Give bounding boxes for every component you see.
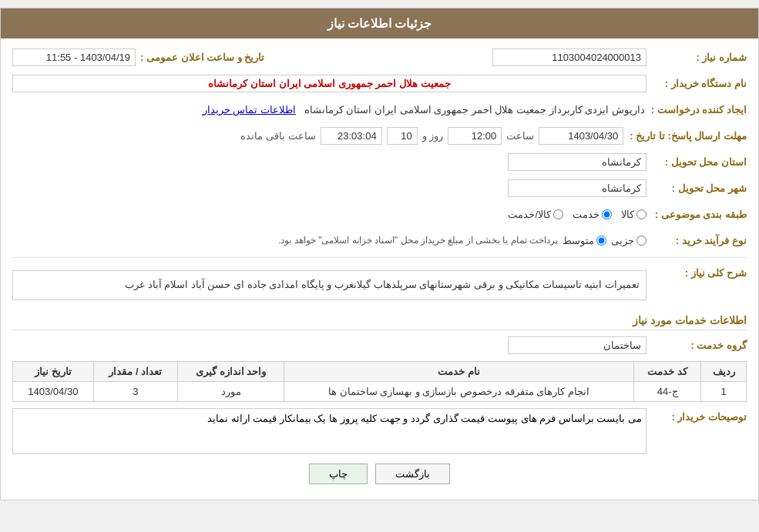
tabaqeh-label: طبقه بندی موضوعی : xyxy=(646,209,747,220)
tosifat-textarea[interactable] xyxy=(12,408,646,454)
radio-motevaset-input[interactable] xyxy=(596,236,606,246)
shomareNiaz-label: شماره نیاز : xyxy=(646,52,747,63)
row-namdastgah: نام دستگاه خریدار : جمعیت هلال احمر جمهو… xyxy=(12,72,747,94)
row-ostand: استان محل تحویل : کرمانشاه xyxy=(12,151,747,172)
khadamat-section-title: اطلاعات خدمات مورد نیاز xyxy=(12,314,747,330)
print-button[interactable]: چاپ xyxy=(309,463,368,484)
page-title: جزئیات اطلاعات نیاز xyxy=(327,17,432,30)
row-goroh: گروه خدمت : ساختمان xyxy=(12,335,747,356)
radio-kala[interactable]: کالا xyxy=(621,209,646,220)
tabaqeh-radio-group: کالا خدمت کالا/خدمت xyxy=(508,209,646,220)
col-radif: ردیف xyxy=(701,361,747,381)
saatBaqi-value: 23:03:04 xyxy=(321,127,382,145)
cell-tarikh: 1403/04/30 xyxy=(13,381,94,401)
row-tabaqeh: طبقه بندی موضوعی : کالا خدمت کالا/خدمت xyxy=(12,203,747,225)
radio-motevaset-label: متوسط xyxy=(563,235,594,246)
namdastgah-label: نام دستگاه خریدار : xyxy=(646,78,747,89)
radio-jozyi-input[interactable] xyxy=(636,236,646,246)
row-shomareNiaz: شماره نیاز : 1103004024000013 تاریخ و سا… xyxy=(12,46,747,68)
shahr-label: شهر محل تحویل : xyxy=(646,182,747,194)
radio-kala-khedmat-label: کالا/خدمت xyxy=(508,209,551,220)
goroh-label: گروه خدمت : xyxy=(646,340,747,351)
col-tarikh: تاریخ نیاز xyxy=(13,361,94,381)
saat-label: ساعت xyxy=(506,130,534,142)
col-kod: کد خدمت xyxy=(633,361,700,381)
noeFarayand-inline: جزیی متوسط پرداخت تمام یا بخشی از مبلغ خ… xyxy=(12,235,646,246)
radio-kala-khedmat[interactable]: کالا/خدمت xyxy=(508,209,563,220)
tarikh-value: 1403/04/19 - 11:55 xyxy=(12,49,136,66)
radio-khedmat[interactable]: خدمت xyxy=(573,209,612,220)
radio-jozyi[interactable]: جزیی xyxy=(611,235,646,246)
cell-vahed: مورد xyxy=(178,381,284,401)
saat-value: 12:00 xyxy=(448,127,502,145)
radio-kala-input[interactable] xyxy=(636,209,646,219)
noeFarayand-note: پرداخت تمام یا بخشی از مبلغ خریداز محل "… xyxy=(278,235,558,246)
buttons-row: بازگشت چاپ xyxy=(12,463,747,484)
table-row: 1 ج-44 انجام کارهای متفرقه درخصوص بازساز… xyxy=(13,381,747,401)
services-table: ردیف کد خدمت نام خدمت واحد اندازه گیری ت… xyxy=(12,361,747,402)
row-tosifat: توصیحات خریدار : xyxy=(12,408,747,454)
col-vahed: واحد اندازه گیری xyxy=(178,361,284,381)
col-tedad: تعداد / مقدار xyxy=(93,361,177,381)
radio-khedmat-input[interactable] xyxy=(602,209,612,219)
divider1 xyxy=(12,257,747,258)
shahr-value: کرمانشاه xyxy=(508,179,646,197)
row-shahr: شهر محل تحویل : کرمانشاه xyxy=(12,177,747,199)
col-name: نام خدمت xyxy=(284,361,634,381)
sharh-label: شرح کلی نیاز : xyxy=(646,264,747,279)
sharh-value: تعمیرات ابنیه تاسیسات مکانیکی و برقی شهر… xyxy=(12,270,646,300)
row-sharh: شرح کلی نیاز : تعمیرات ابنیه تاسیسات مکا… xyxy=(12,264,747,306)
page-header: جزئیات اطلاعات نیاز xyxy=(1,8,758,38)
radio-kala-khedmat-input[interactable] xyxy=(553,209,563,219)
radio-motevaset[interactable]: متوسط xyxy=(563,235,606,246)
rooz-value: 10 xyxy=(387,127,418,145)
ostand-label: استان محل تحویل : xyxy=(646,156,747,168)
ijanad-label: ایجاد کننده درخواست : xyxy=(645,104,747,115)
ostand-value: کرمانشاه xyxy=(508,153,646,171)
mohlat-label: مهلت ارسال پاسخ: تا تاریخ : xyxy=(623,130,747,142)
radio-kala-label: کالا xyxy=(621,209,634,220)
main-container: جزئیات اطلاعات نیاز شماره نیاز : 1103004… xyxy=(0,8,759,500)
cell-radif: 1 xyxy=(701,381,747,401)
row-mohlat: مهلت ارسال پاسخ: تا تاریخ : 1403/04/30 س… xyxy=(12,125,747,146)
content-area: شماره نیاز : 1103004024000013 تاریخ و سا… xyxy=(1,38,758,500)
ijanad-value: داریوش ایزدی کاربرداز جمعیت هلال احمر جم… xyxy=(12,102,645,118)
tosifat-label: توصیحات خریدار : xyxy=(646,408,747,423)
saatBaqi-label: ساعت باقی مانده xyxy=(240,130,315,142)
tarikh-label: تاریخ و ساعت اعلان عمومی : xyxy=(136,52,264,63)
noeFarayand-label: نوع فرآیند خرید : xyxy=(646,235,747,246)
cell-tedad: 3 xyxy=(93,381,177,401)
mohlat-date: 1403/04/30 xyxy=(539,127,623,145)
rooz-label: روز و xyxy=(422,130,444,142)
back-button[interactable]: بازگشت xyxy=(375,463,450,484)
cell-name: انجام کارهای متفرقه درخصوص بازسازی و بهس… xyxy=(284,381,634,401)
row-ijanad: ایجاد کننده درخواست : داریوش ایزدی کاربر… xyxy=(12,99,747,120)
cell-kod: ج-44 xyxy=(633,381,700,401)
mohlat-inline: 1403/04/30 ساعت 12:00 روز و 10 23:03:04 … xyxy=(12,127,623,145)
goroh-value: ساختمان xyxy=(508,336,646,354)
namdastgah-value: جمعیت هلال احمر جمهوری اسلامی ایران استا… xyxy=(12,75,646,92)
ijanad-link[interactable]: اطلاعات تماس خریدار xyxy=(203,104,296,115)
radio-jozyi-label: جزیی xyxy=(611,235,634,246)
row-noeFarayand: نوع فرآیند خرید : جزیی متوسط پرداخت تمام… xyxy=(12,229,747,251)
radio-khedmat-label: خدمت xyxy=(573,209,599,220)
shomareNiaz-value: 1103004024000013 xyxy=(492,49,646,66)
